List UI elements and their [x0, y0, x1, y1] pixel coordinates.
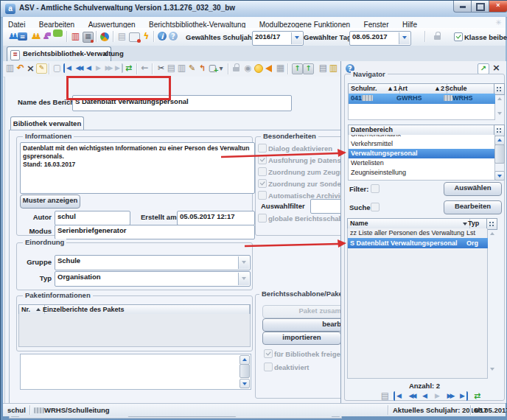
typ-dropdown-icon[interactable] — [238, 273, 249, 285]
gruppe-combobox[interactable]: Schule — [55, 255, 251, 270]
list-item-verwaltungspersonal[interactable]: Verwaltungspersonal — [349, 149, 495, 158]
bearbeiten-schablone-button[interactable]: bearb — [262, 318, 344, 332]
berichte-scroll-down-icon[interactable] — [490, 368, 494, 371]
reports-icon[interactable] — [71, 32, 80, 41]
gruppe-dropdown-icon[interactable] — [238, 256, 249, 269]
suche-checkbox[interactable] — [371, 203, 380, 211]
nav-previous-icon[interactable] — [420, 391, 430, 401]
copy-record-icon[interactable] — [380, 391, 390, 401]
charts-icon[interactable] — [100, 32, 109, 41]
statistics-calc-icon[interactable] — [83, 32, 94, 43]
title-bar[interactable]: a ASV - Amtliche Schulverwaltung Version… — [1, 1, 507, 18]
tag-combobox[interactable]: 08.05.2017 — [349, 31, 411, 46]
announcement-icon[interactable] — [265, 63, 274, 73]
export-icon[interactable] — [303, 63, 314, 74]
nav-refresh-icon[interactable] — [472, 391, 482, 401]
berichte-grid-icon[interactable] — [486, 218, 497, 230]
report-file-icon[interactable] — [329, 63, 338, 73]
datenbereich-scroll-thumb[interactable] — [494, 144, 505, 164]
datenbereich-grid-icon[interactable] — [494, 125, 505, 136]
revert-icon[interactable] — [197, 63, 207, 73]
help-icon[interactable] — [169, 32, 178, 41]
tab-berichtsbibliothek-verwaltung[interactable]: Berichtsbibliothek-Verwaltung × — [7, 46, 111, 62]
copy-icon[interactable] — [167, 63, 176, 73]
list-item-verkehrsmittel[interactable]: Verkehrsmittel — [349, 139, 495, 149]
messages-icon[interactable] — [53, 29, 63, 37]
protect-icon[interactable] — [232, 63, 240, 72]
datenbereich-scroll-down[interactable] — [494, 171, 505, 181]
nav-fast-forward-icon[interactable] — [445, 391, 455, 401]
maximize-button[interactable] — [471, 1, 490, 13]
detach-panel-icon[interactable] — [478, 63, 489, 74]
back-navigation-icon[interactable] — [140, 63, 150, 73]
next-record-icon[interactable] — [94, 63, 103, 73]
window-alert-icon[interactable] — [129, 32, 140, 42]
schulen-scroll-down-icon[interactable] — [497, 112, 502, 115]
col-schulnr[interactable]: Schulnr. ▲1 — [349, 84, 400, 94]
beschreibung-textarea[interactable]: Datenblatt mit den wichtigsten Informati… — [20, 142, 255, 194]
preview-icon[interactable] — [243, 63, 253, 73]
bearbeiten-button[interactable]: Bearbeiten — [444, 200, 502, 214]
new-record-icon[interactable] — [52, 63, 62, 73]
auswaehlen-button[interactable]: Auswählen — [444, 182, 502, 196]
delete-record-icon[interactable] — [26, 63, 35, 73]
schule-row[interactable]: 041 GWRHS WRHS — [349, 94, 495, 104]
scroll-down-button[interactable] — [239, 379, 250, 388]
globale-berichtsschablone-checkbox[interactable] — [258, 214, 267, 223]
edit-notes-icon[interactable] — [36, 63, 47, 74]
previous-record-icon[interactable] — [84, 63, 94, 73]
paste-icon[interactable] — [177, 63, 186, 73]
nav-last-icon[interactable] — [458, 391, 468, 401]
muster-anzeigen-button[interactable]: Muster anzeigen — [20, 195, 80, 209]
students-icon[interactable] — [7, 32, 16, 41]
notes-box[interactable] — [20, 354, 251, 390]
undo-icon[interactable] — [15, 63, 25, 73]
new-file-dropdown-icon[interactable] — [218, 63, 224, 73]
teachers-icon[interactable] — [29, 32, 39, 41]
scroll-thumb[interactable] — [239, 364, 250, 378]
dialog-deaktivieren-checkbox[interactable] — [258, 144, 267, 153]
subtab-bibliothek-verwalten[interactable]: Bibliothek verwalten — [10, 116, 84, 130]
modus-input[interactable]: Serienbriefgenerator — [55, 225, 255, 239]
col-typ[interactable]: Typ — [466, 219, 487, 229]
nav-first-icon[interactable] — [394, 391, 403, 401]
cut-icon[interactable] — [156, 63, 166, 73]
table-row-selected[interactable]: S Datenblatt Verwaltungspersonal Org — [348, 238, 488, 248]
list-item-zeugniseinstellung[interactable]: Zeugniseinstellung — [349, 168, 495, 178]
import-icon[interactable] — [292, 63, 303, 74]
col-art[interactable]: Art ▲2 — [396, 84, 447, 94]
archivierung-checkbox[interactable] — [258, 191, 267, 200]
new-file-icon[interactable] — [208, 63, 217, 73]
selection-icon[interactable] — [276, 63, 285, 73]
modules-icon[interactable] — [117, 32, 127, 41]
first-record-icon[interactable] — [63, 63, 73, 73]
info-icon[interactable] — [158, 32, 167, 41]
refresh-icon[interactable] — [124, 63, 133, 73]
schulen-scroll-up-icon[interactable] — [497, 97, 502, 100]
ausfuehrung-checkbox[interactable] — [258, 155, 267, 164]
nav-fast-back-icon[interactable] — [407, 391, 416, 401]
typ-combobox[interactable]: Organisation — [55, 271, 251, 287]
zuordnung-zeugnis-checkbox[interactable] — [258, 167, 267, 176]
autor-input[interactable]: schul — [55, 211, 130, 225]
col-schule[interactable]: Schule — [443, 84, 494, 94]
klasse-beibehalten-checkbox[interactable] — [454, 32, 463, 41]
col-name[interactable]: Name — [348, 219, 470, 229]
report-name-input[interactable]: S Datenblatt Verwaltungspersonal — [72, 95, 292, 111]
report-book-icon[interactable] — [318, 63, 328, 73]
fast-back-icon[interactable] — [74, 63, 83, 73]
schuljahr-dropdown-icon[interactable] — [291, 32, 302, 44]
classes-icon[interactable] — [18, 32, 27, 41]
quick-actions-icon[interactable] — [141, 32, 151, 41]
lock-icon[interactable] — [433, 31, 441, 41]
edit-icon[interactable] — [187, 63, 197, 73]
tab-close-icon[interactable]: × — [103, 49, 108, 59]
persons-chat-icon[interactable] — [41, 32, 51, 41]
save-icon[interactable] — [5, 63, 15, 73]
table-row[interactable]: zz Liste aller Personen des Verwaltungsp… — [348, 228, 488, 238]
last-record-icon[interactable] — [113, 63, 123, 73]
importieren-button[interactable]: importieren — [262, 332, 341, 345]
schuljahr-combobox[interactable]: 2016/17 — [252, 31, 304, 46]
fast-forward-icon[interactable] — [103, 63, 113, 73]
freigegeben-checkbox[interactable] — [264, 349, 273, 358]
